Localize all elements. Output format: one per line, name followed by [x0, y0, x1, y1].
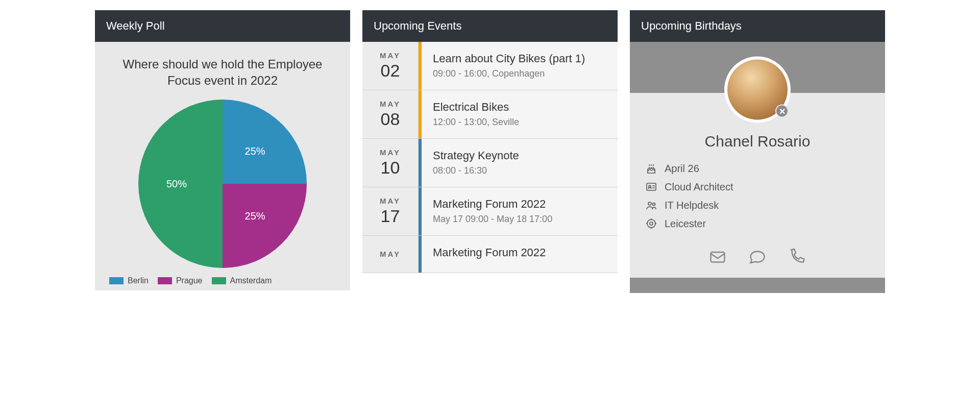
birthday-role: Cloud Architect: [665, 181, 733, 193]
birthday-location: Leicester: [665, 218, 706, 230]
event-day: 10: [381, 158, 400, 178]
envelope-icon: [708, 248, 727, 266]
event-info: Marketing Forum 2022: [422, 236, 618, 273]
legend-swatch: [158, 277, 172, 284]
avatar: ✕: [724, 57, 791, 123]
legend-item[interactable]: Amsterdam: [212, 276, 272, 285]
pie-legend: BerlinPragueAmsterdam: [106, 276, 339, 285]
event-date: MAY08: [362, 90, 419, 138]
event-info: Marketing Forum 2022May 17 09:00 - May 1…: [422, 187, 618, 235]
team-icon: [645, 199, 657, 211]
poll-body: Where should we hold the Employee Focus …: [95, 42, 350, 290]
birthday-details: April 26 Cloud Architect IT Helpdesk Lei…: [630, 162, 885, 240]
event-month: MAY: [380, 148, 401, 157]
svg-rect-6: [711, 252, 725, 262]
event-info: Strategy Keynote08:00 - 16:30: [422, 139, 618, 187]
event-meta: 08:00 - 16:30: [433, 165, 606, 176]
birthday-date-row: April 26: [645, 162, 870, 175]
svg-point-2: [648, 202, 651, 205]
birthday-team-row: IT Helpdesk: [645, 199, 870, 211]
event-meta: 12:00 - 13:00, Seville: [433, 117, 606, 128]
event-title: Electrical Bikes: [433, 101, 606, 114]
event-row[interactable]: MAY08Electrical Bikes12:00 - 13:00, Sevi…: [362, 90, 618, 139]
svg-point-4: [647, 219, 655, 228]
pie-chart-container: 25%25%50%: [106, 100, 339, 268]
event-row[interactable]: MAY17Marketing Forum 2022May 17 09:00 - …: [362, 187, 618, 236]
event-meta: 09:00 - 16:00, Copenhagen: [433, 68, 606, 79]
birthday-footer: [630, 278, 885, 293]
event-info: Electrical Bikes12:00 - 13:00, Seville: [422, 90, 618, 138]
event-title: Strategy Keynote: [433, 149, 606, 162]
event-day: 08: [381, 109, 400, 129]
birthday-role-row: Cloud Architect: [645, 181, 870, 193]
event-date: MAY: [362, 236, 419, 273]
birthday-location-row: Leicester: [645, 217, 870, 230]
event-day: 02: [381, 61, 400, 81]
legend-item[interactable]: Prague: [158, 276, 203, 285]
legend-item[interactable]: Berlin: [109, 276, 149, 285]
poll-question: Where should we hold the Employee Focus …: [106, 56, 339, 89]
birthday-actions: [630, 240, 885, 278]
target-icon: [645, 217, 657, 230]
svg-point-3: [653, 203, 655, 206]
event-meta: May 17 09:00 - May 18 17:00: [433, 214, 606, 225]
call-button[interactable]: [788, 247, 807, 266]
phone-icon: [788, 248, 806, 266]
pie-slice-label: 50%: [166, 178, 187, 189]
legend-label: Prague: [176, 276, 203, 285]
pie-slice-label: 25%: [245, 145, 265, 157]
birthday-date: April 26: [665, 163, 699, 175]
upcoming-birthdays-header: Upcoming Birthdays: [630, 10, 885, 42]
events-list: MAY02Learn about City Bikes (part 1)09:0…: [362, 42, 618, 273]
pie-slice-label: 25%: [245, 210, 265, 222]
weekly-poll-header: Weekly Poll: [95, 10, 350, 42]
cake-icon: [645, 162, 657, 175]
birthday-name: Chanel Rosario: [630, 133, 885, 150]
pie-chart: 25%25%50%: [138, 100, 307, 268]
birthday-card: ✕ Chanel Rosario April 26 Cloud Architec…: [630, 42, 885, 293]
close-icon[interactable]: ✕: [775, 105, 789, 118]
event-date: MAY02: [362, 42, 419, 90]
upcoming-birthdays-panel: Upcoming Birthdays ✕ Chanel Rosario Apri…: [630, 10, 885, 293]
event-title: Marketing Forum 2022: [433, 198, 606, 211]
event-month: MAY: [380, 250, 401, 258]
event-row[interactable]: MAY02Learn about City Bikes (part 1)09:0…: [362, 42, 618, 90]
event-month: MAY: [380, 197, 401, 205]
id-card-icon: [645, 181, 657, 193]
event-month: MAY: [380, 51, 401, 60]
event-date: MAY10: [362, 139, 419, 187]
birthday-hero: ✕: [630, 42, 885, 93]
upcoming-events-panel: Upcoming Events MAY02Learn about City Bi…: [362, 10, 618, 273]
event-row[interactable]: MAYMarketing Forum 2022: [362, 236, 618, 273]
event-info: Learn about City Bikes (part 1)09:00 - 1…: [422, 42, 618, 90]
event-title: Marketing Forum 2022: [433, 246, 606, 259]
weekly-poll-panel: Weekly Poll Where should we hold the Emp…: [95, 10, 350, 290]
chat-icon: [748, 248, 767, 266]
svg-point-5: [650, 222, 653, 225]
birthday-team: IT Helpdesk: [665, 200, 719, 211]
event-title: Learn about City Bikes (part 1): [433, 52, 606, 65]
event-day: 17: [381, 206, 400, 226]
chat-button[interactable]: [748, 247, 767, 266]
email-button[interactable]: [708, 247, 727, 266]
event-date: MAY17: [362, 187, 419, 235]
event-row[interactable]: MAY10Strategy Keynote08:00 - 16:30: [362, 139, 618, 187]
svg-point-1: [649, 185, 651, 187]
legend-label: Amsterdam: [230, 276, 272, 285]
upcoming-events-header: Upcoming Events: [362, 10, 618, 42]
legend-label: Berlin: [128, 276, 149, 285]
svg-rect-0: [647, 183, 656, 190]
event-month: MAY: [380, 100, 401, 108]
legend-swatch: [109, 277, 124, 284]
legend-swatch: [212, 277, 226, 284]
